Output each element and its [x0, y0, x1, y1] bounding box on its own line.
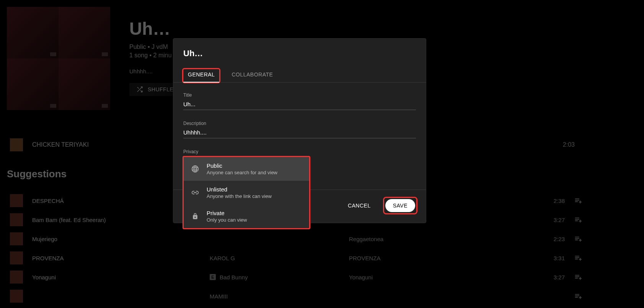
song-thumb: [10, 232, 23, 245]
lock-icon: [191, 212, 200, 221]
playlist-title: Uh…: [129, 18, 180, 39]
song-thumb: [10, 271, 23, 284]
privacy-public-desc: Anyone can search for and view: [207, 170, 277, 175]
song-artist: MAMIII: [210, 293, 340, 300]
suggestion-row[interactable]: MAMIII: [10, 287, 635, 306]
add-to-playlist-icon[interactable]: [574, 196, 589, 205]
privacy-option-unlisted[interactable]: Unlisted Anyone with the link can view: [184, 181, 309, 204]
song-name: PROVENZA: [32, 255, 201, 261]
description-field-label: Description: [183, 121, 416, 126]
edit-playlist-modal: Uh… GENERAL COLLABORATE Title Descriptio…: [173, 38, 426, 223]
add-to-playlist-icon[interactable]: [574, 292, 589, 300]
privacy-field-label: Privacy: [183, 149, 416, 154]
song-name: Mujeriego: [32, 236, 201, 242]
song-title[interactable]: CHICKEN TERIYAKI: [32, 141, 89, 148]
song-artist: KAROL G: [210, 255, 340, 261]
song-thumb: [10, 251, 23, 264]
globe-icon: [191, 164, 200, 173]
song-duration: 3:31: [534, 255, 565, 261]
privacy-private-title: Private: [207, 210, 247, 216]
song-duration: 3:27: [534, 217, 565, 223]
song-duration: 3:27: [534, 274, 565, 280]
cancel-button[interactable]: CANCEL: [346, 202, 373, 209]
save-button[interactable]: SAVE: [385, 199, 415, 212]
song-name: Yonaguni: [32, 274, 201, 280]
shuffle-label: SHUFFLE: [148, 86, 173, 92]
privacy-option-private[interactable]: Private Only you can view: [184, 204, 309, 228]
add-to-playlist-icon[interactable]: [574, 273, 589, 281]
song-album: PROVENZA: [349, 255, 525, 261]
add-to-playlist-icon[interactable]: [574, 216, 589, 224]
suggestions-heading: Suggestions: [7, 168, 67, 180]
playlist-cover: [7, 7, 110, 110]
song-thumb: [10, 213, 23, 226]
suggestion-row[interactable]: MujeriegoReggaetonea2:23: [10, 229, 635, 248]
suggestion-row[interactable]: YonaguniEBad BunnyYonaguni3:27: [10, 267, 635, 287]
suggestion-row[interactable]: PROVENZAKAROL GPROVENZA3:31: [10, 248, 635, 267]
tab-collaborate[interactable]: COLLABORATE: [228, 69, 276, 82]
song-album: Reggaetonea: [349, 236, 525, 242]
song-duration: 2:03: [563, 141, 575, 148]
privacy-dropdown[interactable]: Public Anyone can search for and view Un…: [183, 156, 310, 229]
song-album: Yonaguni: [349, 274, 525, 280]
shuffle-icon: [136, 86, 143, 93]
privacy-option-public[interactable]: Public Anyone can search for and view: [184, 157, 309, 181]
link-icon: [191, 188, 200, 197]
song-artist: EBad Bunny: [210, 274, 340, 280]
title-input[interactable]: [183, 99, 416, 110]
privacy-public-title: Public: [207, 162, 277, 169]
song-duration: 2:23: [534, 236, 565, 242]
privacy-unlisted-desc: Anyone with the link can view: [207, 193, 272, 199]
privacy-unlisted-title: Unlisted: [207, 186, 272, 193]
add-to-playlist-icon[interactable]: [574, 235, 589, 243]
song-thumb: [10, 138, 23, 151]
privacy-private-desc: Only you can view: [207, 217, 247, 223]
add-to-playlist-icon[interactable]: [574, 254, 589, 262]
song-thumb: [10, 194, 23, 207]
song-thumb: [10, 290, 23, 303]
explicit-badge: E: [210, 274, 216, 280]
title-field-label: Title: [183, 92, 416, 98]
song-duration: 2:38: [534, 198, 565, 204]
modal-title: Uh…: [173, 39, 426, 62]
tab-general[interactable]: GENERAL: [182, 68, 220, 83]
description-input[interactable]: [183, 128, 416, 138]
